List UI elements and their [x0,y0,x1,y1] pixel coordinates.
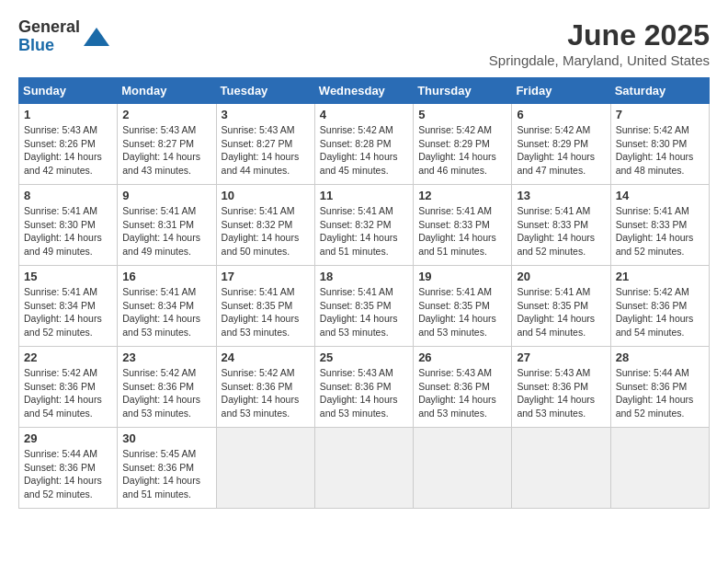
day-number: 27 [517,350,605,364]
calendar-cell: 11Sunrise: 5:41 AM Sunset: 8:32 PM Dayli… [314,185,413,266]
day-number: 26 [418,350,506,364]
weekday-header-monday: Monday [118,78,216,104]
week-row-3: 15Sunrise: 5:41 AM Sunset: 8:34 PM Dayli… [19,266,710,347]
day-info: Sunrise: 5:42 AM Sunset: 8:36 PM Dayligh… [616,285,704,339]
day-number: 14 [616,189,704,202]
day-info: Sunrise: 5:43 AM Sunset: 8:36 PM Dayligh… [320,366,408,420]
day-info: Sunrise: 5:43 AM Sunset: 8:26 PM Dayligh… [24,123,112,178]
weekday-header-friday: Friday [512,78,610,104]
calendar-cell: 9Sunrise: 5:41 AM Sunset: 8:31 PM Daylig… [118,185,216,266]
calendar-cell: 17Sunrise: 5:41 AM Sunset: 8:35 PM Dayli… [216,266,314,347]
day-number: 3 [222,108,310,121]
day-number: 15 [24,270,112,283]
day-number: 30 [122,431,210,445]
calendar-cell [414,428,512,509]
day-info: Sunrise: 5:41 AM Sunset: 8:33 PM Dayligh… [616,204,704,259]
calendar-cell: 26Sunrise: 5:43 AM Sunset: 8:36 PM Dayli… [414,347,512,428]
calendar-cell: 22Sunrise: 5:42 AM Sunset: 8:36 PM Dayli… [19,347,118,428]
day-info: Sunrise: 5:42 AM Sunset: 8:29 PM Dayligh… [418,123,506,178]
day-info: Sunrise: 5:41 AM Sunset: 8:35 PM Dayligh… [222,285,310,339]
day-info: Sunrise: 5:41 AM Sunset: 8:35 PM Dayligh… [418,285,506,339]
week-row-2: 8Sunrise: 5:41 AM Sunset: 8:30 PM Daylig… [19,185,710,266]
day-number: 23 [122,350,210,364]
day-info: Sunrise: 5:42 AM Sunset: 8:36 PM Dayligh… [122,366,210,420]
day-info: Sunrise: 5:41 AM Sunset: 8:31 PM Dayligh… [122,204,210,259]
calendar-table: SundayMondayTuesdayWednesdayThursdayFrid… [18,77,710,509]
calendar-cell: 24Sunrise: 5:42 AM Sunset: 8:36 PM Dayli… [216,347,314,428]
day-number: 28 [616,350,704,364]
day-info: Sunrise: 5:44 AM Sunset: 8:36 PM Dayligh… [24,447,112,501]
day-info: Sunrise: 5:41 AM Sunset: 8:32 PM Dayligh… [222,204,310,259]
calendar-cell: 6Sunrise: 5:42 AM Sunset: 8:29 PM Daylig… [512,104,610,185]
day-number: 2 [122,108,210,121]
day-number: 17 [222,270,310,283]
calendar-cell: 30Sunrise: 5:45 AM Sunset: 8:36 PM Dayli… [118,428,216,509]
calendar-cell: 16Sunrise: 5:41 AM Sunset: 8:34 PM Dayli… [118,266,216,347]
logo-general-text: General [18,18,80,37]
day-info: Sunrise: 5:45 AM Sunset: 8:36 PM Dayligh… [122,447,210,501]
day-info: Sunrise: 5:41 AM Sunset: 8:33 PM Dayligh… [517,204,605,259]
day-info: Sunrise: 5:41 AM Sunset: 8:34 PM Dayligh… [122,285,210,339]
weekday-header-thursday: Thursday [414,78,512,104]
day-number: 9 [122,189,210,202]
day-info: Sunrise: 5:43 AM Sunset: 8:36 PM Dayligh… [418,366,506,420]
day-info: Sunrise: 5:41 AM Sunset: 8:34 PM Dayligh… [24,285,112,339]
logo-blue-text: Blue [18,37,80,55]
calendar-cell: 15Sunrise: 5:41 AM Sunset: 8:34 PM Dayli… [19,266,118,347]
day-number: 29 [24,431,112,445]
day-number: 7 [616,108,704,121]
week-row-1: 1Sunrise: 5:43 AM Sunset: 8:26 PM Daylig… [19,104,710,185]
day-number: 1 [24,108,112,121]
day-info: Sunrise: 5:41 AM Sunset: 8:32 PM Dayligh… [320,204,408,259]
calendar-cell: 4Sunrise: 5:42 AM Sunset: 8:28 PM Daylig… [314,104,413,185]
calendar-cell: 25Sunrise: 5:43 AM Sunset: 8:36 PM Dayli… [314,347,413,428]
day-info: Sunrise: 5:42 AM Sunset: 8:36 PM Dayligh… [24,366,112,420]
day-number: 8 [24,189,112,202]
day-number: 6 [517,108,605,121]
location-subtitle: Springdale, Maryland, United States [489,52,710,68]
day-number: 16 [122,270,210,283]
calendar-cell: 18Sunrise: 5:41 AM Sunset: 8:35 PM Dayli… [314,266,413,347]
day-info: Sunrise: 5:43 AM Sunset: 8:36 PM Dayligh… [517,366,605,420]
calendar-cell [314,428,413,509]
calendar-cell: 29Sunrise: 5:44 AM Sunset: 8:36 PM Dayli… [19,428,118,509]
weekday-header-row: SundayMondayTuesdayWednesdayThursdayFrid… [19,78,710,104]
day-info: Sunrise: 5:41 AM Sunset: 8:35 PM Dayligh… [320,285,408,339]
day-number: 10 [222,189,310,202]
day-info: Sunrise: 5:43 AM Sunset: 8:27 PM Dayligh… [222,123,310,178]
day-info: Sunrise: 5:42 AM Sunset: 8:36 PM Dayligh… [222,366,310,420]
calendar-cell: 3Sunrise: 5:43 AM Sunset: 8:27 PM Daylig… [216,104,314,185]
calendar-cell: 14Sunrise: 5:41 AM Sunset: 8:33 PM Dayli… [610,185,709,266]
day-info: Sunrise: 5:41 AM Sunset: 8:35 PM Dayligh… [517,285,605,339]
weekday-header-tuesday: Tuesday [216,78,314,104]
day-number: 18 [320,270,408,283]
weekday-header-saturday: Saturday [610,78,709,104]
day-number: 11 [320,189,408,202]
calendar-cell: 23Sunrise: 5:42 AM Sunset: 8:36 PM Dayli… [118,347,216,428]
calendar-cell: 13Sunrise: 5:41 AM Sunset: 8:33 PM Dayli… [512,185,610,266]
calendar-cell: 19Sunrise: 5:41 AM Sunset: 8:35 PM Dayli… [414,266,512,347]
calendar-cell [216,428,314,509]
day-number: 20 [517,270,605,283]
calendar-cell: 2Sunrise: 5:43 AM Sunset: 8:27 PM Daylig… [118,104,216,185]
week-row-4: 22Sunrise: 5:42 AM Sunset: 8:36 PM Dayli… [19,347,710,428]
calendar-cell: 12Sunrise: 5:41 AM Sunset: 8:33 PM Dayli… [414,185,512,266]
logo-icon [84,24,109,50]
calendar-cell: 20Sunrise: 5:41 AM Sunset: 8:35 PM Dayli… [512,266,610,347]
calendar-cell: 27Sunrise: 5:43 AM Sunset: 8:36 PM Dayli… [512,347,610,428]
calendar-cell [512,428,610,509]
day-number: 25 [320,350,408,364]
day-info: Sunrise: 5:41 AM Sunset: 8:33 PM Dayligh… [418,204,506,259]
day-number: 12 [418,189,506,202]
week-row-5: 29Sunrise: 5:44 AM Sunset: 8:36 PM Dayli… [19,428,710,509]
day-number: 24 [222,350,310,364]
calendar-cell: 5Sunrise: 5:42 AM Sunset: 8:29 PM Daylig… [414,104,512,185]
day-number: 13 [517,189,605,202]
calendar-cell: 21Sunrise: 5:42 AM Sunset: 8:36 PM Dayli… [610,266,709,347]
weekday-header-sunday: Sunday [19,78,118,104]
calendar-cell: 7Sunrise: 5:42 AM Sunset: 8:30 PM Daylig… [610,104,709,185]
calendar-cell: 28Sunrise: 5:44 AM Sunset: 8:36 PM Dayli… [610,347,709,428]
calendar-cell: 8Sunrise: 5:41 AM Sunset: 8:30 PM Daylig… [19,185,118,266]
calendar-cell: 10Sunrise: 5:41 AM Sunset: 8:32 PM Dayli… [216,185,314,266]
day-info: Sunrise: 5:41 AM Sunset: 8:30 PM Dayligh… [24,204,112,259]
